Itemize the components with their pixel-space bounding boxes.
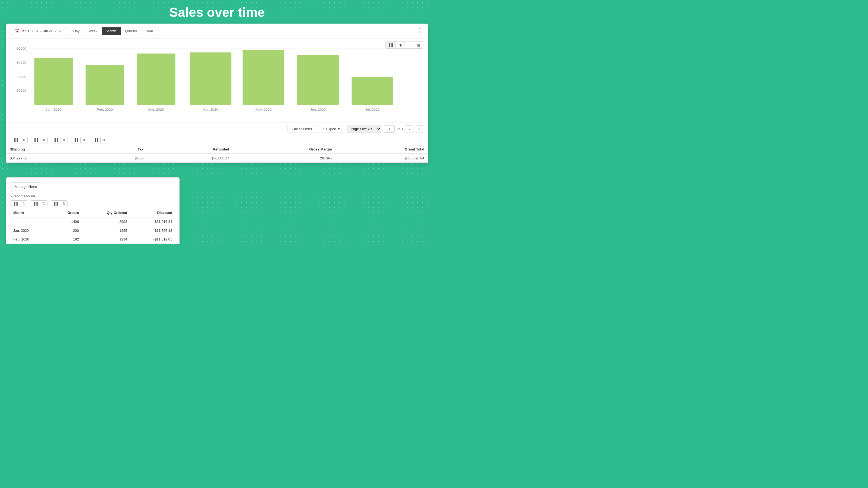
filter-panel: Manage filters 7 records found ▐▐ ⇅ ▐▐ ⇅… bbox=[6, 177, 180, 244]
rcol5-icon-group: ▐▐ ⇅ bbox=[91, 137, 108, 143]
right-total-row: $34,297.00 $0.00 $30,065.17 26.79% $356,… bbox=[6, 154, 428, 163]
row3-month: Mar, 2020 bbox=[10, 244, 50, 244]
svg-text:Apr, 2020: Apr, 2020 bbox=[203, 108, 218, 111]
next-page-button[interactable]: › bbox=[416, 125, 423, 133]
rcol5-sort-icon[interactable]: ⇅ bbox=[101, 137, 108, 143]
right-panel: Edit columns ↑ Export ▾ Page Size 20 Pag… bbox=[6, 123, 428, 163]
row2-discount: -$11,312.05 bbox=[130, 235, 175, 244]
page-size-select[interactable]: Page Size 20 Page Size 50 Page Size 100 bbox=[347, 125, 381, 133]
rcol3-icon-group: ▐▐ ⇅ bbox=[51, 137, 68, 143]
svg-rect-12 bbox=[243, 50, 284, 105]
main-card: 📅 Jan 1, 2020 – Jul 21, 2020 Day Week Mo… bbox=[6, 24, 428, 163]
table-row: Feb, 2020 192 1234 -$11,312.05 bbox=[10, 235, 175, 244]
total-month-cell bbox=[10, 217, 50, 226]
stacked-chart-icon[interactable]: ▦ bbox=[415, 41, 423, 48]
total-grand-total: $356,028.84 bbox=[336, 154, 428, 163]
export-chevron-icon: ▾ bbox=[338, 127, 340, 131]
tab-week[interactable]: Week bbox=[84, 27, 102, 35]
svg-text:May, 2020: May, 2020 bbox=[255, 108, 272, 111]
more-options-button[interactable]: ⋮ bbox=[416, 27, 423, 34]
col-shipping-header: Shipping bbox=[6, 145, 92, 154]
chart-type-icons: ▐▐ ◑ ⟋ ▦ bbox=[385, 41, 423, 48]
row2-month: Feb, 2020 bbox=[10, 235, 50, 244]
table-row: Jan, 2020 200 1295 -$11,765.18 bbox=[10, 226, 175, 235]
rcol3-chart-icon[interactable]: ▐▐ bbox=[51, 137, 61, 143]
rcol2-chart-icon[interactable]: ▐▐ bbox=[31, 137, 40, 143]
col3-icon-group: ▐▐ ⇅ bbox=[51, 200, 67, 207]
svg-text:Jun, 2020: Jun, 2020 bbox=[310, 108, 326, 111]
records-found: 7 records found bbox=[10, 194, 175, 198]
row3-qty: 1392 bbox=[82, 244, 130, 244]
chart-area: ▐▐ ◑ ⟋ ▦ 60000 50000 40000 30000 bbox=[6, 38, 428, 123]
rcol1-sort-icon[interactable]: ⇅ bbox=[20, 137, 27, 143]
col2-sort-icon[interactable]: ⇅ bbox=[40, 201, 47, 206]
time-tabs: Day Week Month Quarter Year bbox=[69, 27, 158, 35]
bottom-toolbar: Edit columns ↑ Export ▾ Page Size 20 Pag… bbox=[6, 123, 428, 135]
col1-chart-icon[interactable]: ▐▐ bbox=[11, 201, 20, 206]
pie-chart-icon[interactable]: ◑ bbox=[396, 41, 404, 48]
data-table: Month Orders Qty Ordered Discount 1406 8… bbox=[10, 208, 175, 244]
total-tax: $0.00 bbox=[92, 154, 147, 163]
date-range-text: Jan 1, 2020 – Jul 21, 2020 bbox=[21, 29, 62, 33]
col-icons-row-1: ▐▐ ⇅ ▐▐ ⇅ ▐▐ ⇅ bbox=[10, 200, 175, 207]
content-wrapper: Manage filters 7 records found ▐▐ ⇅ ▐▐ ⇅… bbox=[6, 123, 428, 163]
page-title: Sales over time bbox=[0, 0, 434, 24]
row2-orders: 192 bbox=[50, 235, 82, 244]
tab-month[interactable]: Month bbox=[102, 27, 121, 35]
edit-columns-button[interactable]: Edit columns bbox=[287, 125, 316, 133]
top-bar: 📅 Jan 1, 2020 – Jul 21, 2020 Day Week Mo… bbox=[6, 24, 428, 38]
rcol2-sort-icon[interactable]: ⇅ bbox=[40, 137, 48, 143]
col2-icon-group: ▐▐ ⇅ bbox=[31, 200, 48, 207]
col-qty-header: Qty Ordered bbox=[82, 208, 130, 217]
svg-text:Mar, 2020: Mar, 2020 bbox=[148, 108, 164, 111]
export-button[interactable]: ↑ Export ▾ bbox=[319, 125, 344, 133]
col-month-header: Month bbox=[10, 208, 50, 217]
svg-text:50000: 50000 bbox=[17, 61, 26, 65]
rcol5-chart-icon[interactable]: ▐▐ bbox=[91, 137, 101, 143]
col3-chart-icon[interactable]: ▐▐ bbox=[51, 201, 60, 206]
col-gross-margin-header: Gross Margin bbox=[233, 145, 336, 154]
col3-sort-icon[interactable]: ⇅ bbox=[60, 201, 67, 206]
date-range-button[interactable]: 📅 Jan 1, 2020 – Jul 21, 2020 bbox=[11, 27, 66, 35]
svg-rect-8 bbox=[34, 58, 73, 105]
line-chart-icon[interactable]: ⟋ bbox=[405, 41, 414, 48]
svg-rect-10 bbox=[137, 54, 176, 105]
rcol4-chart-icon[interactable]: ▐▐ bbox=[71, 137, 81, 143]
col2-chart-icon[interactable]: ▐▐ bbox=[31, 201, 40, 206]
page-of-label: of 1 bbox=[397, 127, 403, 131]
svg-text:60000: 60000 bbox=[17, 47, 26, 51]
right-col-icons-row: ▐▐ ⇅ ▐▐ ⇅ ▐▐ ⇅ ▐▐ ⇅ ▐▐ ⇅ bbox=[6, 135, 428, 145]
row3-orders: 213 bbox=[50, 244, 82, 244]
col-tax-header: Tax bbox=[92, 145, 147, 154]
svg-rect-11 bbox=[190, 52, 231, 105]
prev-page-button[interactable]: ‹ bbox=[406, 125, 413, 133]
rcol1-chart-icon[interactable]: ▐▐ bbox=[11, 137, 20, 143]
page-number-input[interactable] bbox=[384, 125, 395, 133]
col-refunded-header: Refunded bbox=[147, 145, 233, 154]
total-discount-cell: -$81,916.34 bbox=[130, 217, 175, 226]
rcol4-sort-icon[interactable]: ⇅ bbox=[81, 137, 88, 143]
total-qty-cell: 8993 bbox=[82, 217, 130, 226]
table-total-row: 1406 8993 -$81,916.34 bbox=[10, 217, 175, 226]
svg-rect-14 bbox=[351, 77, 393, 105]
svg-text:Jan, 2020: Jan, 2020 bbox=[46, 108, 61, 111]
rcol1-icon-group: ▐▐ ⇅ bbox=[11, 137, 28, 143]
bar-chart-icon[interactable]: ▐▐ bbox=[385, 41, 396, 48]
rcol3-sort-icon[interactable]: ⇅ bbox=[61, 137, 67, 143]
tab-year[interactable]: Year bbox=[142, 27, 158, 35]
svg-text:Feb, 2020: Feb, 2020 bbox=[97, 108, 113, 111]
tab-quarter[interactable]: Quarter bbox=[121, 27, 142, 35]
total-orders-cell: 1406 bbox=[50, 217, 82, 226]
total-shipping: $34,297.00 bbox=[6, 154, 92, 163]
row1-orders: 200 bbox=[50, 226, 82, 235]
row1-discount: -$11,765.18 bbox=[130, 226, 175, 235]
total-gross-margin: 26.79% bbox=[233, 154, 336, 163]
col-grand-total-header: Grand Total bbox=[336, 145, 428, 154]
col1-sort-icon[interactable]: ⇅ bbox=[20, 201, 27, 206]
svg-text:30000: 30000 bbox=[17, 89, 26, 93]
manage-filters-button[interactable]: Manage filters bbox=[10, 183, 41, 191]
row1-month: Jan, 2020 bbox=[10, 226, 50, 235]
tab-day[interactable]: Day bbox=[69, 27, 84, 35]
col-orders-header: Orders bbox=[50, 208, 82, 217]
rcol4-icon-group: ▐▐ ⇅ bbox=[71, 137, 88, 143]
